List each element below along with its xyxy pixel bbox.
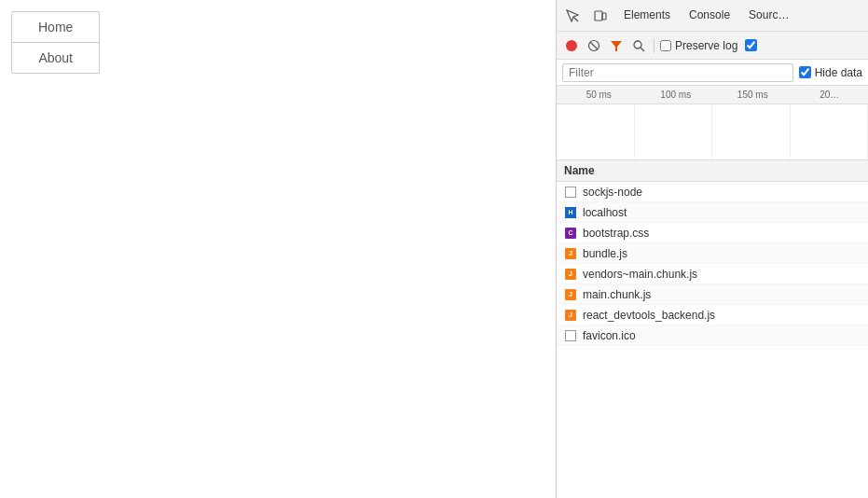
timeline-grid [557, 104, 868, 159]
hide-data-checkbox[interactable] [799, 66, 811, 78]
grid-col-3 [712, 104, 791, 159]
request-row[interactable]: J main.chunk.js [557, 284, 868, 305]
file-type-icon-js: J [565, 310, 576, 321]
inspect-element-icon[interactable] [560, 4, 585, 28]
timeline-ruler: 50 ms 100 ms 150 ms 20… [557, 86, 868, 104]
request-name: sockjs-node [583, 186, 642, 199]
filter-bar: Hide data [557, 60, 868, 86]
search-button[interactable] [629, 36, 648, 55]
nav-item-about[interactable]: About [12, 43, 99, 73]
request-name: bootstrap.css [583, 227, 649, 240]
record-button[interactable] [562, 36, 581, 55]
request-row[interactable]: C bootstrap.css [557, 223, 868, 243]
svg-rect-2 [602, 13, 606, 20]
preserve-log-text: Preserve log [675, 39, 737, 52]
svg-line-0 [573, 17, 578, 21]
hide-data-text: Hide data [815, 66, 862, 79]
tab-console[interactable]: Console [682, 0, 737, 31]
grid-col-1 [557, 104, 635, 159]
device-toolbar-icon[interactable] [588, 4, 613, 28]
filter-type-button[interactable] [607, 36, 626, 55]
request-row[interactable]: H localhost [557, 202, 868, 223]
tab-sources[interactable]: Sourc… [741, 0, 796, 31]
request-name: localhost [583, 206, 627, 219]
file-type-icon-empty [565, 330, 576, 341]
request-icon-localhost: H [564, 206, 577, 219]
tick-50ms: 50 ms [560, 90, 638, 100]
svg-line-8 [641, 48, 644, 51]
request-icon-main-chunk: J [564, 288, 577, 301]
browser-content: Home About [0, 0, 556, 498]
hide-data-label[interactable]: Hide data [799, 66, 862, 79]
devtools-panel: Elements Console Sourc… [556, 0, 868, 498]
svg-line-5 [590, 42, 598, 49]
navigation-box: Home About [11, 11, 100, 74]
request-icon-sockjs [564, 186, 577, 199]
request-name: vendors~main.chunk.js [583, 268, 697, 281]
tab-elements[interactable]: Elements [616, 0, 678, 31]
preserve-log-checkbox[interactable] [660, 40, 671, 51]
file-type-icon-js: J [565, 248, 576, 259]
request-row[interactable]: J bundle.js [557, 243, 868, 264]
tick-100ms: 100 ms [638, 90, 715, 100]
nav-item-home[interactable]: Home [12, 12, 99, 43]
request-icon-favicon [564, 329, 577, 342]
request-icon-bundle: J [564, 247, 577, 260]
request-row[interactable]: favicon.ico [557, 325, 868, 346]
tick-150ms: 150 ms [714, 90, 792, 100]
svg-point-3 [566, 40, 577, 51]
svg-point-7 [634, 41, 641, 48]
request-row[interactable]: J vendors~main.chunk.js [557, 264, 868, 284]
file-type-icon-empty [565, 187, 576, 198]
request-row[interactable]: J react_devtools_backend.js [557, 305, 868, 325]
request-name: main.chunk.js [583, 288, 651, 301]
preserve-log-label[interactable]: Preserve log [660, 39, 737, 52]
network-toolbar: Preserve log [557, 32, 868, 60]
grid-col-2 [635, 104, 713, 159]
name-column-header: Name [557, 160, 868, 182]
request-name: bundle.js [583, 247, 627, 260]
file-type-icon-js: J [565, 289, 576, 300]
file-type-icon-js: J [565, 269, 576, 280]
request-row[interactable]: sockjs-node [557, 182, 868, 202]
request-icon-vendors: J [564, 268, 577, 281]
request-icon-bootstrap: C [564, 227, 577, 240]
timeline-area: 50 ms 100 ms 150 ms 20… [557, 86, 868, 160]
file-type-icon-css: C [565, 228, 576, 239]
timeline-chart [557, 104, 868, 159]
svg-rect-1 [595, 11, 602, 21]
tick-200ms: 20… [792, 90, 869, 100]
filter-input[interactable] [562, 63, 793, 82]
extra-checkbox[interactable] [745, 39, 757, 51]
request-name: favicon.ico [583, 329, 636, 342]
request-icon-devtools-backend: J [564, 309, 577, 322]
devtools-tabs-bar: Elements Console Sourc… [557, 0, 868, 32]
request-name: react_devtools_backend.js [583, 309, 715, 322]
file-type-icon-html: H [565, 207, 576, 218]
grid-col-4 [791, 104, 869, 159]
toolbar-separator [654, 38, 654, 53]
block-requests-button[interactable] [585, 36, 603, 55]
requests-list: sockjs-node H localhost C bootstrap.css … [557, 182, 868, 498]
svg-marker-6 [611, 41, 622, 51]
